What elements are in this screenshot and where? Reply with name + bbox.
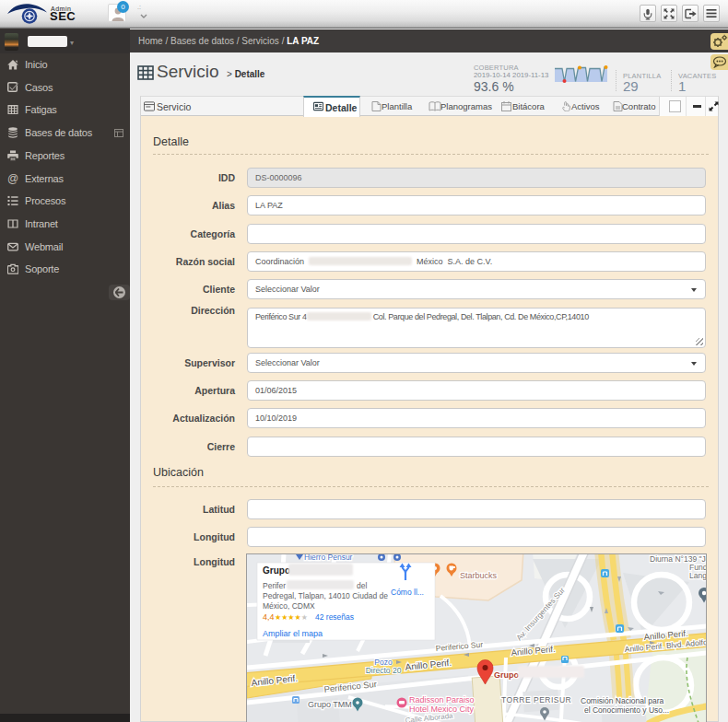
svg-text:Comisión Nacional para: Comisión Nacional para	[581, 696, 664, 705]
svg-text:Radisson Paraiso: Radisson Paraiso	[409, 695, 475, 705]
svg-text:Grupo: Grupo	[494, 670, 519, 680]
svg-text:México, CDMX: México, CDMX	[263, 601, 315, 611]
svg-text:42 reseñas: 42 reseñas	[315, 612, 354, 622]
svg-text:Starbucks: Starbucks	[460, 571, 498, 580]
svg-text:Perifer: Perifer	[263, 581, 286, 590]
svg-text:Directo 20: Directo 20	[366, 666, 402, 675]
svg-text:Grupo: Grupo	[263, 565, 290, 576]
svg-text:del: del	[357, 581, 367, 590]
svg-text:★★★★★: ★★★★★	[275, 613, 308, 622]
svg-text:Cómo ll...: Cómo ll...	[391, 588, 424, 597]
svg-text:Grupo TMM: Grupo TMM	[308, 700, 352, 709]
svg-text:Langd: Langd	[689, 571, 707, 580]
svg-text:TORRE PERISUR: TORRE PERISUR	[501, 695, 571, 705]
svg-text:4,4: 4,4	[263, 612, 275, 622]
svg-text:@: @	[7, 173, 18, 184]
svg-text:Pedregal, Tlalpan, 14010 Ciuda: Pedregal, Tlalpan, 14010 Ciudad de	[263, 591, 388, 600]
svg-text:Ampliar el mapa: Ampliar el mapa	[263, 629, 323, 638]
svg-text:Hierro Pensur: Hierro Pensur	[304, 554, 353, 562]
svg-text:el Conocimiento y Uso...: el Conocimiento y Uso...	[584, 705, 669, 715]
